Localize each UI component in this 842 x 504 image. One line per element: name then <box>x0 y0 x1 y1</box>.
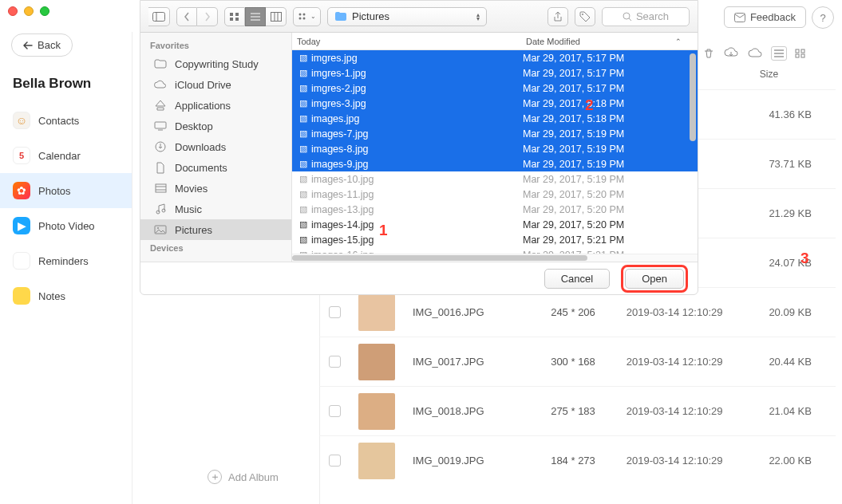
nav-photo-video[interactable]: ▶Photo Video <box>0 208 132 243</box>
scrollbar-thumb[interactable] <box>292 255 587 261</box>
column-view-button[interactable] <box>266 7 287 26</box>
trash-icon[interactable] <box>702 47 715 60</box>
cloud-download-icon[interactable] <box>723 47 739 60</box>
svg-rect-4 <box>801 54 804 57</box>
icon-view-button[interactable] <box>224 7 245 26</box>
column-name-header[interactable]: Today <box>292 37 526 46</box>
horizontal-scrollbar[interactable] <box>292 254 698 262</box>
nav-photos[interactable]: ✿Photos <box>0 173 132 208</box>
file-row[interactable]: ▧images-14.jpgMar 29, 2017, 5:20 PM <box>292 217 698 232</box>
photo-thumbnail[interactable] <box>358 443 395 479</box>
sidebar-item-pictures[interactable]: Pictures <box>140 219 291 240</box>
jpeg-icon: ▧ <box>295 128 311 139</box>
chevron-right-icon <box>204 12 211 22</box>
file-row[interactable]: ▧images-13.jpgMar 29, 2017, 5:20 PM <box>292 202 698 217</box>
jpeg-icon: ▧ <box>295 234 311 245</box>
minimize-window-button[interactable] <box>24 6 34 16</box>
file-name: imgres.jpg <box>311 53 523 64</box>
sidebar-item-icloud-drive[interactable]: iCloud Drive <box>140 74 291 95</box>
nav-notes[interactable]: Notes <box>0 278 132 313</box>
scrollbar-thumb[interactable] <box>690 53 696 141</box>
back-button[interactable]: Back <box>11 33 73 57</box>
file-row[interactable]: ▧images-8.jpgMar 29, 2017, 5:19 PM <box>292 141 698 156</box>
nav-label: Photo Video <box>38 220 95 232</box>
photo-size: 73.71 KB <box>769 158 826 170</box>
nav-reminders[interactable]: Reminders <box>0 243 132 278</box>
sidebar-item-label: Movies <box>175 183 208 195</box>
file-row[interactable]: ▧images-7.jpgMar 29, 2017, 5:19 PM <box>292 126 698 141</box>
movies-icon <box>153 182 168 195</box>
photo-thumbnail[interactable] <box>358 393 395 430</box>
documents-icon <box>153 161 168 174</box>
sidebar-item-copywriting-study[interactable]: Copywriting Study <box>140 53 291 74</box>
column-date-header[interactable]: Date Modified⌃ <box>526 37 698 46</box>
photo-thumbnail[interactable] <box>358 294 395 331</box>
sidebar-item-documents[interactable]: Documents <box>140 157 291 178</box>
file-row[interactable]: ▧images-10.jpgMar 29, 2017, 5:19 PM <box>292 171 698 187</box>
file-row[interactable]: ▧images-15.jpgMar 29, 2017, 5:21 PM <box>292 232 698 247</box>
share-button[interactable] <box>547 7 568 26</box>
file-row[interactable]: ▧images-11.jpgMar 29, 2017, 5:20 PM <box>292 187 698 202</box>
location-label: Pictures <box>352 10 389 22</box>
location-popup[interactable]: Pictures ▴▾ <box>327 7 487 26</box>
photo-dimensions: 300 * 168 <box>537 356 609 368</box>
open-button[interactable]: Open <box>625 269 684 289</box>
nav-calendar[interactable]: 5Calendar <box>0 138 132 173</box>
photo-row[interactable]: IMG_0017.JPG300 * 1682019-03-14 12:10:29… <box>319 337 836 386</box>
jpeg-icon: ▧ <box>295 159 311 169</box>
row-checkbox[interactable] <box>329 405 341 417</box>
nav-forward-button[interactable] <box>197 7 218 26</box>
photo-date: 2019-03-14 12:10:29 <box>627 306 752 318</box>
separator <box>132 32 132 504</box>
file-row[interactable]: ▧images-9.jpgMar 29, 2017, 5:19 PM <box>292 156 698 171</box>
fullscreen-window-button[interactable] <box>40 6 49 16</box>
tags-button[interactable] <box>575 7 595 26</box>
sidebar-item-applications[interactable]: Applications <box>140 95 291 116</box>
dialog-body: Favorites Copywriting StudyiCloud DriveA… <box>140 33 698 262</box>
photo-name: IMG_0016.JPG <box>413 306 520 318</box>
sidebar-item-music[interactable]: Music <box>140 199 291 219</box>
nav-contacts[interactable]: ☺Contacts <box>0 103 132 138</box>
jpeg-icon: ▧ <box>295 204 311 215</box>
photo-thumbnail[interactable] <box>358 344 395 380</box>
photo-row[interactable]: IMG_0019.JPG184 * 2732019-03-14 12:10:29… <box>319 435 836 485</box>
list-view-button[interactable] <box>245 7 266 26</box>
grid-view-icon[interactable] <box>795 49 806 58</box>
sidebar-devices-header: Devices <box>140 240 291 256</box>
help-button[interactable]: ? <box>812 6 834 29</box>
sidebar-device-macmini[interactable]: Mac mini <box>140 256 291 262</box>
file-row[interactable]: ▧imgres-2.jpgMar 29, 2017, 5:17 PM <box>292 81 698 96</box>
cancel-button[interactable]: Cancel <box>544 269 610 289</box>
group-by-button[interactable]: ⌄ <box>293 7 321 26</box>
row-checkbox[interactable] <box>329 356 341 368</box>
nav-back-button[interactable] <box>176 7 197 26</box>
close-window-button[interactable] <box>8 6 18 16</box>
file-row[interactable]: ▧images.jpgMar 29, 2017, 5:18 PM <box>292 111 698 126</box>
row-checkbox[interactable] <box>329 455 341 467</box>
open-button-highlight: Open <box>621 265 688 293</box>
file-date: Mar 29, 2017, 5:19 PM <box>523 144 694 155</box>
file-row[interactable]: ▧imgres-1.jpgMar 29, 2017, 5:17 PM <box>292 65 698 81</box>
file-row[interactable]: ▧images-16.jpgMar 29, 2017, 5:21 PM <box>292 247 698 254</box>
svg-point-16 <box>299 17 302 19</box>
list-icon <box>250 12 261 22</box>
sidebar-item-desktop[interactable]: Desktop <box>140 116 291 136</box>
file-list[interactable]: ▧imgres.jpgMar 29, 2017, 5:17 PM▧imgres-… <box>292 50 698 254</box>
file-name: images-10.jpg <box>311 174 523 185</box>
list-view-icon[interactable] <box>771 46 787 61</box>
photo-name: IMG_0018.JPG <box>413 405 520 417</box>
cloud-icon[interactable] <box>747 47 763 60</box>
file-row[interactable]: ▧imgres-3.jpgMar 29, 2017, 5:18 PM <box>292 96 698 111</box>
add-album-button[interactable]: ＋ Add Album <box>208 470 279 484</box>
row-checkbox[interactable] <box>329 306 341 318</box>
sidebar-item-downloads[interactable]: Downloads <box>140 136 291 157</box>
search-field[interactable]: Search <box>602 7 690 26</box>
sidebar-icon <box>152 12 165 22</box>
toggle-sidebar-button[interactable] <box>148 7 170 26</box>
photo-row[interactable]: IMG_0018.JPG275 * 1832019-03-14 12:10:29… <box>319 386 836 435</box>
file-row[interactable]: ▧imgres.jpgMar 29, 2017, 5:17 PM <box>292 50 698 65</box>
sidebar-item-movies[interactable]: Movies <box>140 178 291 199</box>
vertical-scrollbar[interactable] <box>686 33 698 262</box>
envelope-icon <box>734 13 745 22</box>
feedback-button[interactable]: Feedback <box>724 6 806 28</box>
